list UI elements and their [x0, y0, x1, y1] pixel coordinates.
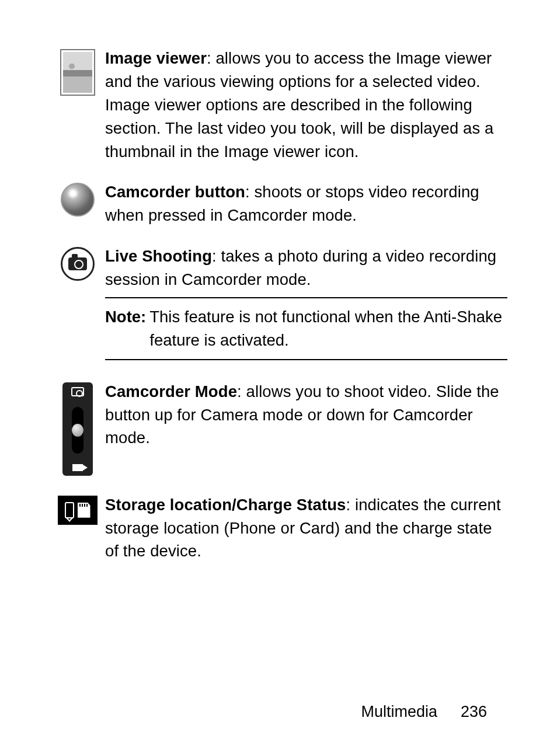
item-image-viewer: Image viewer: allows you to access the I… — [50, 47, 507, 163]
storage-icon — [50, 493, 105, 525]
item-camcorder-mode: Camcorder Mode: allows you to shoot vide… — [50, 380, 507, 476]
item-camcorder-button: Camcorder button: shoots or stops video … — [50, 180, 507, 227]
item-title: Live Shooting — [105, 247, 212, 265]
item-storage: Storage location/Charge Status: indicate… — [50, 493, 507, 563]
item-text: Image viewer: allows you to access the I… — [105, 47, 507, 163]
shutter-icon — [50, 180, 105, 217]
mode-slider-icon — [50, 380, 105, 476]
item-text: Camcorder button: shoots or stops video … — [105, 180, 507, 227]
item-title: Camcorder button — [105, 183, 245, 201]
item-text: Camcorder Mode: allows you to shoot vide… — [105, 380, 507, 450]
item-live-shooting: Live Shooting: takes a photo during a vi… — [50, 245, 507, 291]
note-text: Note:This feature is not functional when… — [105, 298, 507, 359]
camera-icon — [50, 245, 105, 281]
item-title: Camcorder Mode — [105, 382, 237, 400]
divider — [105, 359, 507, 360]
footer-page: 236 — [461, 703, 487, 721]
image-viewer-icon — [50, 47, 105, 96]
item-text: Storage location/Charge Status: indicate… — [105, 493, 507, 563]
item-title: Image viewer — [105, 49, 207, 67]
footer-section: Multimedia — [361, 703, 437, 721]
item-title: Storage location/Charge Status — [105, 496, 346, 514]
note-block: Note:This feature is not functional when… — [105, 297, 507, 360]
page-footer: Multimedia 236 — [361, 703, 487, 721]
manual-page: Image viewer: allows you to access the I… — [0, 0, 557, 756]
item-text: Live Shooting: takes a photo during a vi… — [105, 245, 507, 291]
